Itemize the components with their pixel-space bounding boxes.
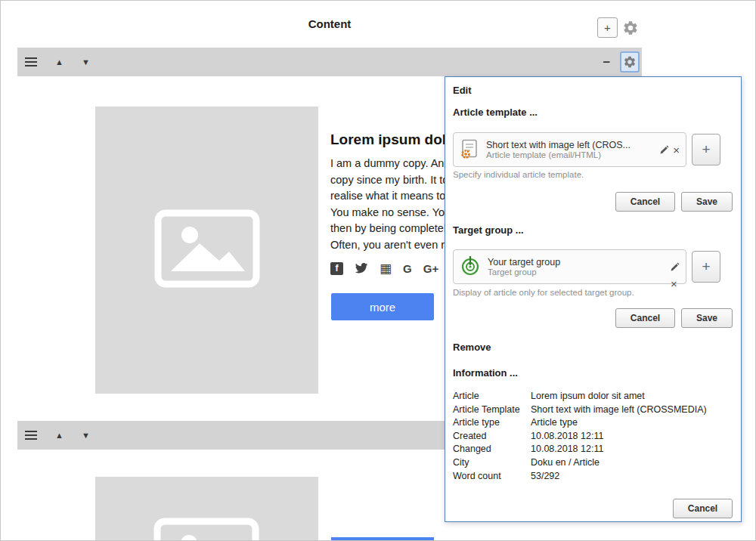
article-image-placeholder xyxy=(95,107,318,394)
info-value: 10.08.2018 12:11 xyxy=(531,443,603,456)
article-body-line: then by being completel xyxy=(330,221,448,237)
twitter-icon[interactable] xyxy=(355,261,368,275)
edit-template-pencil-icon[interactable] xyxy=(659,145,669,155)
add-content-button[interactable]: + xyxy=(597,17,618,38)
info-label: Word count xyxy=(453,470,531,484)
target-group-cancel-button[interactable]: Cancel xyxy=(615,308,675,328)
menu-item-edit[interactable]: Edit xyxy=(453,85,472,96)
google-icon[interactable]: G xyxy=(403,262,412,275)
move-down-icon[interactable]: ▼ xyxy=(82,431,90,440)
info-row: Article Lorem ipsum dolor sit amet xyxy=(453,390,707,403)
page-title: Content xyxy=(17,1,642,46)
template-caption: Specify individual article template. xyxy=(453,170,584,179)
info-row: Changed 10.08.2018 12:11 xyxy=(453,443,707,456)
image-placeholder-icon xyxy=(153,518,259,541)
article-settings-popup: Edit Article template ... Short text wit… xyxy=(445,76,742,522)
social-icons-row: f ▦ G G+ xyxy=(330,261,438,275)
article-template-name: Short text with image left (CROS... xyxy=(486,140,659,150)
menu-item-remove[interactable]: Remove xyxy=(453,342,491,353)
info-value: 53/292 xyxy=(531,470,559,484)
target-group-text: Your target group Target group xyxy=(488,257,670,277)
template-cancel-button[interactable]: Cancel xyxy=(615,192,675,212)
info-label: Article xyxy=(453,390,531,403)
article-template-type: Article template (email/HTML) xyxy=(486,150,659,159)
article2-image-placeholder xyxy=(95,477,318,541)
drag-menu-icon[interactable] xyxy=(25,431,37,440)
menu-item-target-group[interactable]: Target group ... xyxy=(453,224,524,236)
target-group-item[interactable]: Your target group Target group xyxy=(453,249,686,284)
collapse-icon[interactable]: – xyxy=(603,54,610,70)
info-row: Word count 53/292 xyxy=(453,470,707,484)
edit-target-group-pencil-icon[interactable] xyxy=(670,262,680,272)
info-value: Lorem ipsum dolor sit amet xyxy=(531,390,645,403)
target-group-save-button[interactable]: Save xyxy=(681,308,733,328)
more-button-partial[interactable] xyxy=(331,537,434,541)
target-group-icon xyxy=(460,255,481,279)
remove-template-close-icon[interactable]: × xyxy=(673,144,680,156)
target-group-name: Your target group xyxy=(488,257,670,267)
article-template-item[interactable]: Short text with image left (CROS... Arti… xyxy=(453,132,686,167)
info-label: Article Template xyxy=(453,403,531,417)
more-button[interactable]: more xyxy=(331,293,434,320)
info-label: Article type xyxy=(453,416,531,430)
popup-cancel-button[interactable]: Cancel xyxy=(673,499,733,518)
drag-menu-icon[interactable] xyxy=(25,57,37,66)
article-settings-gear-icon[interactable] xyxy=(620,51,640,73)
article-body-line: Often, you aren't even r xyxy=(330,237,448,254)
content-page: Content + ▲ ▼ – Lorem ipsum dolor sit am… xyxy=(0,0,756,541)
info-row: Article type Article type xyxy=(453,416,707,430)
gallery-grid-icon[interactable]: ▦ xyxy=(380,262,392,275)
menu-item-information[interactable]: Information ... xyxy=(453,367,518,379)
info-label: Changed xyxy=(453,443,531,456)
google-plus-icon[interactable]: G+ xyxy=(423,262,438,275)
article-body-line: I am a dummy copy. An xyxy=(330,156,448,172)
remove-target-group-close-icon[interactable]: × xyxy=(671,278,677,289)
info-label: Created xyxy=(453,430,531,444)
article-template-icon xyxy=(460,139,479,161)
move-down-icon[interactable]: ▼ xyxy=(82,57,90,66)
info-value: Short text with image left (CROSSMEDIA) xyxy=(531,403,707,417)
article-body-line: copy since my birth. It to xyxy=(330,172,448,189)
add-target-group-button[interactable]: + xyxy=(692,251,720,283)
info-row: Article Template Short text with image l… xyxy=(453,403,707,417)
info-value: Doku en / Article xyxy=(531,456,600,470)
move-up-icon[interactable]: ▲ xyxy=(55,57,64,66)
info-label: City xyxy=(453,456,531,470)
target-group-type: Target group xyxy=(488,267,670,277)
template-save-button[interactable]: Save xyxy=(681,192,733,212)
info-row: Created 10.08.2018 12:11 xyxy=(453,430,707,444)
menu-item-article-template[interactable]: Article template ... xyxy=(453,107,538,118)
facebook-icon[interactable]: f xyxy=(330,262,343,275)
article-body: I am a dummy copy. An copy since my birt… xyxy=(330,156,448,254)
info-value: 10.08.2018 12:11 xyxy=(531,430,603,444)
target-group-caption: Display of article only for selected tar… xyxy=(453,288,634,297)
article-body-line: realise what it means to xyxy=(330,188,448,205)
article-body-line: You make no sense. Yo xyxy=(330,205,448,221)
content-settings-gear-icon[interactable] xyxy=(622,20,639,39)
info-row: City Doku en / Article xyxy=(453,456,707,470)
add-template-button[interactable]: + xyxy=(692,134,720,165)
article-template-text: Short text with image left (CROS... Arti… xyxy=(486,140,659,159)
image-placeholder-icon xyxy=(154,209,260,291)
article-toolbar-top: ▲ ▼ – xyxy=(17,48,642,76)
info-value: Article type xyxy=(531,416,578,430)
information-table: Article Lorem ipsum dolor sit amet Artic… xyxy=(453,390,707,483)
move-up-icon[interactable]: ▲ xyxy=(55,431,64,440)
